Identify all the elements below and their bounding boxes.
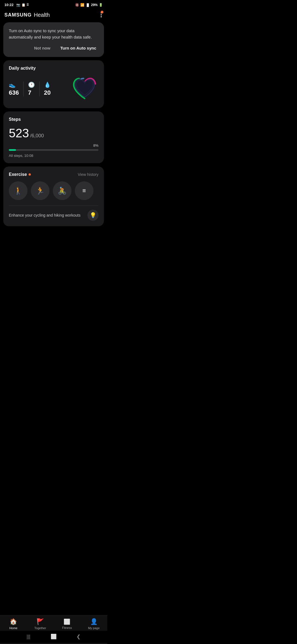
exercise-promo-text: Enhance your cycling and hiking workouts: [9, 213, 87, 217]
app-logo: SAMSUNG Health: [4, 12, 50, 18]
activity-ring: [71, 75, 98, 103]
steps-percent: 8%: [9, 143, 98, 148]
more-options-button[interactable]: [100, 11, 103, 18]
cycling-icon: 🚴: [58, 187, 67, 195]
battery-percent: 29%: [91, 3, 98, 7]
cycle-exercise-button[interactable]: 🚴: [53, 181, 72, 200]
promo-bulb-icon: 💡: [87, 210, 98, 221]
status-left: 10:22 📷 📋 ⠿: [4, 3, 29, 7]
exercise-header: Exercise View history: [9, 172, 98, 177]
sync-actions: Not now Turn on Auto sync: [9, 45, 98, 51]
daily-activity-card[interactable]: Daily activity 👟 636 🕐 7 💧 20: [3, 60, 104, 108]
exercise-title: Exercise: [9, 172, 27, 177]
calories-stat: 💧 20: [44, 81, 55, 96]
steps-progress-section: 8%: [9, 143, 98, 151]
steps-title: Steps: [9, 117, 98, 122]
progress-bar: [9, 149, 98, 151]
minutes-value: 7: [28, 89, 31, 96]
walk-exercise-button[interactable]: 🚶: [9, 181, 28, 200]
steps-current: 523: [9, 126, 29, 140]
status-icons: 📷 📋 ⠿: [16, 3, 29, 7]
status-right: 🔇 📶 ▐▌ 29% 🔋: [75, 3, 103, 7]
progress-row: [9, 149, 98, 151]
activity-stats: 👟 636 🕐 7 💧 20: [9, 81, 55, 96]
exercise-title-row: Exercise: [9, 172, 31, 177]
view-history-button[interactable]: View history: [78, 172, 98, 177]
running-icon: 🏃: [36, 187, 45, 195]
steps-card[interactable]: Steps 523 /6,000 8% All steps, 10:08: [3, 111, 104, 163]
more-exercises-icon: ≡: [82, 187, 86, 194]
daily-activity-title: Daily activity: [9, 66, 98, 71]
steps-count: 523 /6,000: [9, 126, 98, 140]
auto-sync-card: Turn on Auto sync to sync your data auto…: [3, 22, 104, 57]
signal-icon: ▐▌: [86, 3, 90, 7]
more-exercises-button[interactable]: ≡: [75, 181, 94, 200]
progress-fill: [9, 149, 16, 151]
exercise-promo: Enhance your cycling and hiking workouts…: [9, 210, 98, 221]
not-now-button[interactable]: Not now: [32, 45, 53, 51]
steps-timestamp: All steps, 10:08: [9, 154, 98, 158]
mute-icon: 🔇: [75, 3, 79, 7]
wifi-icon: 📶: [80, 3, 84, 7]
minutes-icon: 🕐: [28, 81, 35, 88]
notification-dot: [101, 11, 103, 13]
steps-goal: /6,000: [30, 133, 44, 139]
logo-health: Health: [34, 12, 50, 18]
app-header: SAMSUNG Health: [0, 9, 107, 22]
steps-icon: 👟: [9, 81, 16, 88]
turn-on-sync-button[interactable]: Turn on Auto sync: [58, 45, 98, 51]
exercise-card: Exercise View history 🚶 🏃 🚴 ≡ Enhance yo…: [3, 167, 104, 226]
exercise-notification-dot: [29, 173, 31, 176]
bulb-icon: 💡: [90, 212, 97, 219]
time-display: 10:22: [4, 3, 13, 7]
run-exercise-button[interactable]: 🏃: [31, 181, 50, 200]
status-bar: 10:22 📷 📋 ⠿ 🔇 📶 ▐▌ 29% 🔋: [0, 0, 107, 9]
calories-value: 20: [44, 89, 51, 96]
exercise-icons: 🚶 🏃 🚴 ≡: [9, 181, 98, 200]
battery-icon: 🔋: [99, 3, 103, 7]
exercise-divider: [9, 206, 98, 206]
walking-icon: 🚶: [14, 187, 23, 195]
sync-message: Turn on Auto sync to sync your data auto…: [9, 28, 98, 40]
activity-content: 👟 636 🕐 7 💧 20: [9, 75, 98, 103]
calories-icon: 💧: [44, 81, 51, 88]
logo-samsung: SAMSUNG: [4, 12, 32, 18]
minutes-stat: 🕐 7: [28, 81, 40, 96]
steps-value: 636: [9, 89, 19, 96]
steps-stat: 👟 636: [9, 81, 24, 96]
